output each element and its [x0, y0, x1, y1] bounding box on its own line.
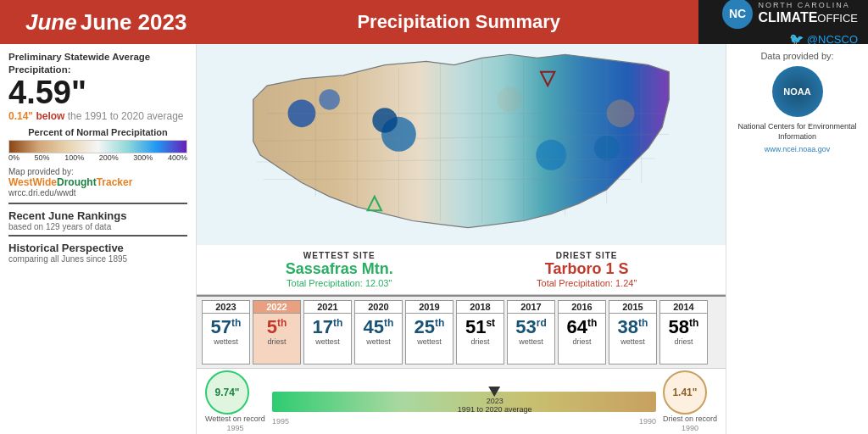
hist-wettest-label: Wettest on record: [205, 415, 265, 424]
historical-perspective-row: 9.74" Wettest on record 1995 2023 1991 t…: [197, 368, 726, 434]
rank-type-2018: driest: [470, 337, 489, 346]
rankings-subtitle: based on 129 years of data: [8, 222, 187, 231]
rank-cell-2021: 202117thwettest: [303, 300, 352, 364]
header: June June 2023 Precipitation Summary NC …: [0, 0, 868, 44]
rank-cell-2019: 201925thwettest: [405, 300, 453, 364]
rank-number-2017: 53rd: [515, 314, 546, 337]
right-column: Data provided by: NOAA National Centers …: [726, 44, 868, 434]
rank-year-2022: 2022: [253, 301, 300, 314]
hist-driest-value: 1.41": [663, 370, 707, 415]
logo-top: NC NORTH CAROLINA CLIMATEOFFICE: [722, 0, 858, 29]
rank-number-2018: 51st: [465, 314, 495, 337]
left-column: Preliminary Statewide Average Precipitat…: [0, 44, 197, 434]
rank-year-2021: 2021: [304, 301, 351, 314]
wettest-name: Sassafras Mtn.: [286, 260, 393, 278]
rank-type-2021: wettest: [315, 337, 340, 346]
rankings-row: 202357thwettest20225thdriest202117thwett…: [197, 295, 726, 368]
nc-map-area: [197, 44, 726, 245]
legend-title: Percent of Normal Precipitation: [8, 127, 187, 137]
legend-bar: [8, 140, 187, 153]
hist-wettest-value: 9.74": [205, 370, 249, 415]
rank-cell-2023: 202357thwettest: [202, 300, 250, 364]
historical-title: Historical Perspective: [8, 242, 187, 254]
wettest-label: WETTEST SITE: [286, 251, 393, 260]
hist-wet-circle-wrapper: 9.74" Wettest on record 1995: [205, 370, 265, 432]
hist-dry-year-below: 1990: [639, 417, 656, 426]
content-row: Preliminary Statewide Average Precipitat…: [0, 44, 868, 434]
hist-wet-year-below: 1995: [272, 417, 289, 426]
rank-cell-2022: 20225thdriest: [253, 300, 301, 364]
rank-number-2023: 57th: [211, 314, 242, 337]
rank-type-2014: driest: [674, 337, 693, 346]
svg-point-8: [498, 87, 522, 112]
hist-wettest-year: 1995: [205, 424, 265, 432]
rank-cell-2017: 201753rdwettest: [507, 300, 555, 364]
hist-current-marker: 2023 1991 to 2020 average: [458, 387, 532, 414]
map-credit-url: wrcc.dri.edu/wwdt: [8, 188, 187, 198]
header-logo: NC NORTH CAROLINA CLIMATEOFFICE 🐦 @NCSCO: [698, 0, 868, 44]
rank-number-2020: 45th: [364, 314, 394, 337]
rankings-title: Recent June Rankings: [8, 209, 187, 222]
rank-type-2020: wettest: [366, 337, 391, 346]
historical-subtitle: comparing all Junes since 1895: [8, 254, 187, 264]
wwdt-name: WestWideDroughtTracker: [8, 176, 132, 188]
rank-type-2015: wettest: [620, 337, 645, 346]
avg-below: 0.14" below the 1991 to 2020 average: [8, 110, 187, 122]
marker-avg-label: 1991 to 2020 average: [458, 405, 532, 414]
wwdt-link[interactable]: WestWideDroughtTracker: [8, 176, 187, 188]
svg-text:NC: NC: [729, 7, 746, 20]
rank-number-2019: 25th: [415, 314, 445, 337]
svg-point-3: [319, 89, 340, 110]
rank-cell-2015: 201538thwettest: [609, 300, 657, 364]
avg-value: 4.59": [8, 76, 187, 108]
rank-number-2021: 17th: [313, 314, 343, 337]
rank-year-2019: 2019: [406, 301, 453, 314]
legend-labels: 0% 50% 100% 200% 300% 400%: [8, 153, 187, 162]
header-subtitle: Precipitation Summary: [219, 0, 698, 44]
rank-type-2016: driest: [572, 337, 591, 346]
rank-cell-2020: 202045thwettest: [354, 300, 403, 364]
rank-type-2017: wettest: [519, 337, 543, 346]
rank-number-2016: 64th: [567, 314, 598, 337]
avg-precip-section: Preliminary Statewide Average Precipitat…: [8, 51, 187, 122]
map-credit-label: Map provided by:: [8, 167, 187, 176]
page: June June 2023 Precipitation Summary NC …: [0, 0, 868, 434]
rank-year-2014: 2014: [660, 301, 707, 314]
ncei-name: National Centers for Environmental Infor…: [735, 122, 860, 142]
rank-number-2014: 58th: [669, 314, 699, 337]
driest-site-box: DRIEST SITE Tarboro 1 S Total Precipitat…: [537, 251, 637, 288]
rank-cell-2014: 201458thdriest: [659, 300, 708, 364]
svg-point-6: [536, 140, 566, 170]
nc-map-svg: [197, 44, 726, 245]
below-amount: 0.14": [8, 110, 33, 122]
rank-year-2023: 2023: [203, 301, 249, 314]
hist-dry-circle-wrapper: 1.41" Driest on record 1990: [663, 370, 717, 432]
rank-year-2020: 2020: [355, 301, 402, 314]
rank-number-2022: 5th: [267, 314, 287, 337]
wettest-site-box: WETTEST SITE Sassafras Mtn. Total Precip…: [286, 251, 393, 288]
driest-label: DRIEST SITE: [537, 251, 637, 260]
avg-label: Preliminary Statewide Average Precipitat…: [8, 51, 187, 76]
svg-point-5: [372, 108, 397, 132]
sites-row: WETTEST SITE Sassafras Mtn. Total Precip…: [197, 245, 726, 295]
logo-state: NORTH CAROLINA: [758, 2, 858, 10]
historical-left-section: Historical Perspective comparing all Jun…: [8, 235, 187, 264]
marker-arrow-icon: [489, 387, 501, 397]
header-year: June 2023: [81, 9, 187, 36]
rank-year-2017: 2017: [508, 301, 554, 314]
map-credit-section: Map provided by: WestWideDroughtTracker …: [8, 167, 187, 198]
hist-driest-year: 1990: [663, 424, 717, 432]
rank-type-2022: driest: [267, 337, 286, 346]
nc-logo-icon: NC: [722, 0, 753, 29]
rank-year-2018: 2018: [457, 301, 504, 314]
driest-name: Tarboro 1 S: [537, 260, 637, 278]
rank-type-2019: wettest: [417, 337, 442, 346]
legend-section: Percent of Normal Precipitation 0% 50% 1…: [8, 127, 187, 162]
logo-climate: CLIMATEOFFICE: [758, 10, 858, 25]
rank-cell-2016: 201664thdriest: [558, 300, 606, 364]
marker-year-label: 2023: [458, 397, 532, 405]
noaa-logo: NOAA: [772, 66, 823, 117]
logo-text: NORTH CAROLINA CLIMATEOFFICE: [758, 2, 858, 25]
hist-driest-label: Driest on record: [663, 415, 717, 424]
header-month-year: June June 2023: [0, 0, 219, 44]
